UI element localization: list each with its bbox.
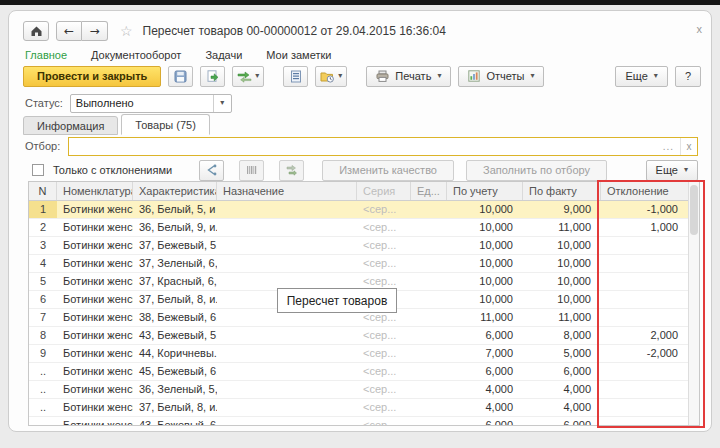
tab-goods[interactable]: Товары (75) (121, 114, 209, 135)
cell-accounted[interactable]: 7,000 (447, 345, 523, 362)
cell-characteristic[interactable]: 44, Коричневы... (133, 345, 217, 362)
table-row[interactable]: 8Ботинки женск...43, Бежевый, 5...<сер..… (29, 327, 699, 345)
cell-series[interactable]: <сер... (357, 363, 411, 380)
cell-unit[interactable] (411, 309, 447, 326)
cell-actual[interactable]: 10,000 (523, 273, 601, 290)
table-row[interactable]: ..Ботинки женск...36, Зеленый, 5,...<сер… (29, 381, 699, 399)
cell-unit[interactable] (411, 273, 447, 290)
filter-input[interactable]: ... x (68, 137, 698, 156)
cell-characteristic[interactable]: 43, Бежевый, 6... (133, 417, 217, 426)
cell-purpose[interactable] (217, 345, 357, 362)
barcode-button[interactable] (239, 160, 264, 181)
filter-clear-button[interactable]: x (680, 138, 697, 155)
table-row[interactable]: 2Ботинки женск...36, Белый, 9, и...<сер.… (29, 219, 699, 237)
cell-accounted[interactable]: 4,000 (447, 381, 523, 398)
cell-accounted[interactable]: 10,000 (447, 273, 523, 290)
cell-n[interactable]: 4 (29, 255, 57, 272)
menu-item-tasks[interactable]: Задачи (205, 49, 242, 61)
table-row[interactable]: ..Ботинки женск...43, Бежевый, 6...<сер.… (29, 417, 699, 426)
cell-n[interactable]: .. (29, 417, 57, 426)
column-header-actual[interactable]: По факту (523, 182, 601, 200)
cell-series[interactable]: <сер... (357, 237, 411, 254)
post-document-button[interactable] (200, 66, 225, 87)
create-based-on-button[interactable]: ▾ (232, 66, 264, 87)
cell-purpose[interactable] (217, 201, 357, 218)
table-row[interactable]: 4Ботинки женск...37, Зеленый, 6,...<сер.… (29, 255, 699, 273)
cell-deviation[interactable] (601, 291, 690, 308)
table-row[interactable]: ..Ботинки женск...37, Белый, 8, и...<сер… (29, 399, 699, 417)
cell-nomenclature[interactable]: Ботинки женск... (57, 417, 133, 426)
cell-unit[interactable] (411, 417, 447, 426)
menu-item-notes[interactable]: Мои заметки (266, 49, 331, 61)
save-button[interactable] (168, 66, 193, 87)
cell-characteristic[interactable]: 43, Бежевый, 5... (133, 327, 217, 344)
menu-item-main[interactable]: Главное (25, 49, 67, 61)
cell-actual[interactable]: 4,000 (523, 381, 601, 398)
cell-deviation[interactable] (601, 273, 690, 290)
cell-nomenclature[interactable]: Ботинки женск... (57, 345, 133, 362)
cell-n[interactable]: 9 (29, 345, 57, 362)
more-button-list[interactable]: Еще ▾ (646, 160, 698, 181)
help-button[interactable]: ? (675, 66, 701, 87)
cell-deviation[interactable]: -1,000 (601, 201, 690, 218)
cell-accounted[interactable]: 10,000 (447, 219, 523, 236)
cell-unit[interactable] (411, 201, 447, 218)
cell-nomenclature[interactable]: Ботинки женск... (57, 273, 133, 290)
cell-deviation[interactable] (601, 399, 690, 416)
cell-n[interactable]: 1 (29, 201, 57, 218)
cell-purpose[interactable] (217, 417, 357, 426)
cell-actual[interactable]: 10,000 (523, 237, 601, 254)
post-and-close-button[interactable]: Провести и закрыть (23, 66, 161, 87)
cell-actual[interactable]: 10,000 (523, 291, 601, 308)
cell-unit[interactable] (411, 363, 447, 380)
cell-purpose[interactable] (217, 363, 357, 380)
cell-unit[interactable] (411, 327, 447, 344)
cell-series[interactable]: <сер... (357, 327, 411, 344)
back-button[interactable]: ← (56, 21, 82, 41)
cell-n[interactable]: .. (29, 363, 57, 380)
cell-accounted[interactable]: 10,000 (447, 255, 523, 272)
column-header-nomenclature[interactable]: Номенклатура (57, 182, 133, 200)
cell-nomenclature[interactable]: Ботинки женск... (57, 255, 133, 272)
cell-series[interactable]: <сер... (357, 381, 411, 398)
cell-characteristic[interactable]: 37, Белый, 8, и... (133, 291, 217, 308)
fill-rows-button[interactable] (279, 160, 304, 181)
cell-purpose[interactable] (217, 399, 357, 416)
cell-actual[interactable]: 6,000 (523, 417, 601, 426)
cell-accounted[interactable]: 11,000 (447, 309, 523, 326)
cell-characteristic[interactable]: 45, Бежевый, 6... (133, 363, 217, 380)
cell-deviation[interactable]: -2,000 (601, 345, 690, 362)
cell-actual[interactable]: 10,000 (523, 255, 601, 272)
status-dropdown-button[interactable]: ▾ (213, 95, 231, 112)
cell-unit[interactable] (411, 237, 447, 254)
cell-n[interactable]: 5 (29, 273, 57, 290)
cell-unit[interactable] (411, 255, 447, 272)
column-header-unit[interactable]: Ед... (411, 182, 447, 200)
cell-accounted[interactable]: 6,000 (447, 417, 523, 426)
change-quality-button[interactable]: Изменить качество (322, 160, 454, 181)
cell-actual[interactable]: 6,000 (523, 363, 601, 380)
cell-actual[interactable]: 11,000 (523, 309, 601, 326)
status-combobox[interactable]: Выполнено ▾ (70, 94, 232, 113)
show-document-button[interactable] (283, 66, 308, 87)
close-icon[interactable]: x (697, 24, 703, 35)
cell-characteristic[interactable]: 37, Зеленый, 6,... (133, 255, 217, 272)
table-row[interactable]: 1Ботинки женск...36, Белый, 5, и ..<сер.… (29, 201, 699, 219)
fill-by-filter-button[interactable]: Заполнить по отбору (466, 160, 607, 181)
history-button[interactable]: ▾ (315, 66, 347, 87)
tab-information[interactable]: Информация (23, 116, 118, 135)
cell-actual[interactable]: 11,000 (523, 219, 601, 236)
cell-nomenclature[interactable]: Ботинки женск... (57, 237, 133, 254)
cell-nomenclature[interactable]: Ботинки женск... (57, 201, 133, 218)
cell-series[interactable]: <сер... (357, 201, 411, 218)
cell-unit[interactable] (411, 219, 447, 236)
cell-nomenclature[interactable]: Ботинки женск... (57, 309, 133, 326)
cell-purpose[interactable] (217, 381, 357, 398)
forward-button[interactable]: → (82, 21, 108, 41)
cell-actual[interactable]: 8,000 (523, 327, 601, 344)
cell-characteristic[interactable]: 36, Белый, 5, и .. (133, 201, 217, 218)
cell-purpose[interactable] (217, 255, 357, 272)
cell-n[interactable]: .. (29, 381, 57, 398)
cell-actual[interactable]: 5,000 (523, 345, 601, 362)
reports-button[interactable]: Отчеты ▾ (458, 66, 544, 87)
